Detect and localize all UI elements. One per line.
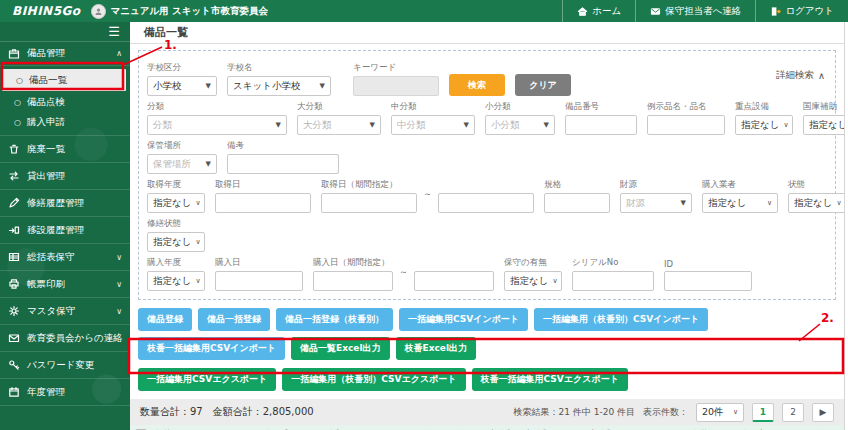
table-icon — [8, 251, 20, 263]
page-1-button[interactable]: 1 — [752, 403, 774, 422]
repair-state-label: 修繕状態 — [147, 218, 205, 230]
mail-icon — [650, 6, 661, 17]
acq-date-input[interactable] — [215, 193, 311, 213]
category-select[interactable]: 分類▼ — [147, 115, 287, 135]
advanced-search-toggle[interactable]: 詳細検索 ∧ — [776, 69, 825, 82]
item-no-input[interactable] — [565, 115, 637, 135]
sidebar-item-equipment-management[interactable]: 備品管理 ∧ — [0, 42, 130, 66]
hamburger-menu-icon[interactable]: ☰ — [108, 25, 120, 38]
sidebar-sub-label: 購入申請 — [27, 116, 65, 129]
id-input[interactable] — [664, 271, 752, 291]
serial-input[interactable] — [572, 271, 654, 291]
bulk-register-branch-button[interactable]: 備品一括登録（枝番別） — [276, 308, 393, 331]
app-window: BIHIN5Go マニュアル用 スキット市教育委員会 ホーム 保守担当者へ連絡 … — [0, 0, 848, 430]
purchase-year-label: 購入年度 — [147, 257, 205, 269]
csv-export-branch-button[interactable]: 一括編集用（枝番別）CSVエクスポート — [282, 368, 465, 391]
equipment-box-icon — [8, 48, 20, 60]
note-input[interactable] — [227, 154, 339, 174]
select-arrow-icon: ∨ — [836, 199, 841, 207]
sidebar-item-report-print[interactable]: 帳票印刷 ∨ — [0, 271, 130, 298]
purchase-date-input[interactable] — [215, 271, 303, 291]
select-arrow-icon: ∨ — [195, 238, 200, 246]
excel-export-branch-button[interactable]: 枝番Excel出力 — [396, 337, 476, 360]
totals-text: 数量合計：97 金額合計：2,805,000 — [140, 405, 314, 419]
sidebar-item-equipment-list[interactable]: ○ 備品一覧 — [2, 69, 126, 91]
item-name-input[interactable] — [647, 115, 725, 135]
mid-category-select[interactable]: 中分類▼ — [391, 115, 475, 135]
sidebar-item-board-messages[interactable]: 教育委員会からの連絡 — [0, 325, 130, 352]
sidebar-item-label: 廃棄一覧 — [27, 143, 65, 156]
organization-badge-icon — [91, 4, 106, 19]
acq-range-from-input[interactable] — [321, 193, 417, 213]
next-page-button[interactable]: ▶ — [812, 403, 834, 422]
sidebar-item-summary-table[interactable]: 総括表保守 ∨ — [0, 244, 130, 271]
keyword-input[interactable] — [353, 76, 439, 96]
printer-icon — [8, 278, 20, 290]
logout-button[interactable]: ログアウト — [755, 0, 848, 22]
subsidy-select[interactable]: 指定なし∨ — [803, 115, 845, 135]
priority-select[interactable]: 指定なし∨ — [735, 115, 793, 135]
filter-row-6: 購入年度 指定なし∨ 購入日 購入日（期間指定） ～ 保守の有無 指定なし∨ シ… — [147, 257, 827, 291]
range-tilde: ～ — [423, 188, 432, 204]
sidebar-item-repair-history[interactable]: 修繕履歴管理 — [0, 190, 130, 217]
sidebar-item-equipment-inspection[interactable]: ○ 備品点検 — [0, 92, 130, 112]
trash-icon — [8, 143, 20, 155]
bulk-register-button[interactable]: 備品一括登録 — [198, 308, 270, 331]
sidebar-item-master-maintenance[interactable]: マスタ保守 ∨ — [0, 298, 130, 325]
page-title: 備品一覧 — [144, 25, 188, 40]
sidebar-item-lending-management[interactable]: 貸出管理 — [0, 163, 130, 190]
contact-maintenance-button[interactable]: 保守担当者へ連絡 — [635, 0, 755, 22]
purchase-range-from-input[interactable] — [313, 271, 393, 291]
large-category-select[interactable]: 大分類▼ — [297, 115, 381, 135]
item-name-label: 例示品名・品名 — [647, 101, 725, 113]
search-button[interactable]: 検索 — [449, 74, 505, 96]
school-name-select[interactable]: スキット小学校▼ — [227, 76, 331, 96]
branch-csv-export-button[interactable]: 枝番一括編集用CSVエクスポート — [472, 368, 628, 391]
maintenance-select[interactable]: 指定なし∨ — [504, 271, 562, 291]
calendar-icon — [8, 386, 20, 398]
filter-row-3: 保管場所 保管場所▼ 備考 — [147, 140, 827, 174]
id-label: ID — [664, 259, 752, 269]
small-category-select[interactable]: 小分類▼ — [485, 115, 555, 135]
sidebar-item-purchase-request[interactable]: ○ 購入申請 — [0, 112, 130, 132]
table-header: 学校名▼ 備品番号▼ 分類▼ 例示品名・品名▼ 大分類▼ 中分類▼ 小分類▼ 単… — [130, 425, 844, 430]
sidebar-item-password-change[interactable]: パスワード変更 — [0, 352, 130, 379]
purchase-range-to-input[interactable] — [414, 271, 494, 291]
purchase-year-select[interactable]: 指定なし∨ — [147, 271, 205, 291]
page-2-button[interactable]: 2 — [782, 403, 804, 422]
register-item-button[interactable]: 備品登録 — [138, 308, 192, 331]
chevron-down-icon: ∨ — [116, 280, 122, 289]
select-arrow-icon: ▼ — [370, 121, 375, 129]
csv-export-button[interactable]: 一括編集用CSVエクスポート — [138, 368, 276, 391]
sidebar-item-disposal-list[interactable]: 廃棄一覧 — [0, 136, 130, 163]
sidebar-item-label: マスタ保守 — [27, 305, 75, 318]
repair-state-select[interactable]: 指定なし∨ — [147, 232, 205, 252]
vendor-select[interactable]: 指定なし∨ — [702, 193, 778, 213]
storage-select[interactable]: 保管場所▼ — [147, 154, 217, 174]
acq-year-label: 取得年度 — [147, 179, 205, 191]
csv-import-branch-button[interactable]: 一括編集用（枝番別）CSVインポート — [534, 308, 708, 331]
home-button[interactable]: ホーム — [562, 0, 635, 22]
acq-year-select[interactable]: 指定なし∨ — [147, 193, 205, 213]
page-size-select[interactable]: 20件∨ — [696, 403, 744, 422]
school-type-select[interactable]: 小学校▼ — [147, 76, 217, 96]
csv-import-button[interactable]: 一括編集用CSVインポート — [399, 308, 528, 331]
home-label: ホーム — [592, 5, 621, 18]
acq-range-label: 取得日（期間指定） — [321, 179, 417, 191]
sidebar-item-relocation-history[interactable]: 移設履歴管理 — [0, 217, 130, 244]
bullet-icon: ○ — [16, 76, 23, 85]
sidebar-item-year-management[interactable]: 年度管理 — [0, 379, 130, 406]
priority-filter-label: 重点設備 — [735, 101, 793, 113]
sidebar-item-label: 修繕履歴管理 — [27, 197, 84, 210]
branch-csv-import-button[interactable]: 枝番一括編集用CSVインポート — [138, 337, 285, 360]
search-panel: 詳細検索 ∧ 学校区分 小学校▼ 学校名 スキット小学校▼ キーワード 検索 ク… — [138, 50, 836, 300]
state-select[interactable]: 指定なし∨ — [788, 193, 845, 213]
keyword-label: キーワード — [353, 62, 439, 74]
excel-export-list-button[interactable]: 備品一覧Excel出力 — [291, 337, 389, 360]
fund-select[interactable]: 財源▼ — [620, 193, 692, 213]
small-category-label: 小分類 — [485, 101, 555, 113]
clear-button[interactable]: クリア — [515, 74, 571, 96]
spec-input[interactable] — [544, 193, 610, 213]
acq-range-to-input[interactable] — [438, 193, 534, 213]
select-arrow-icon: ▼ — [544, 121, 549, 129]
